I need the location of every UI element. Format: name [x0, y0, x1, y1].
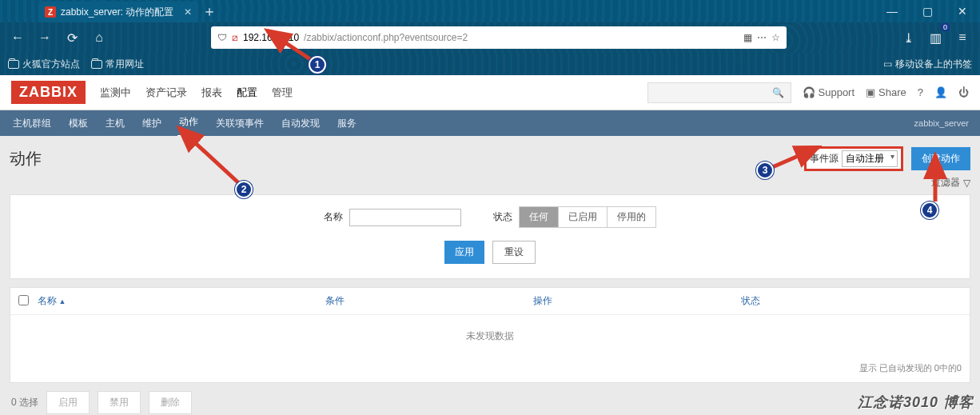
bulk-action-bar: 0 选择 启用 禁用 删除	[10, 383, 970, 415]
subnav-correlation[interactable]: 关联项事件	[214, 110, 265, 137]
bulk-delete-button[interactable]: 删除	[149, 391, 192, 414]
support-label: Support	[819, 86, 855, 98]
bulk-disable-button[interactable]: 禁用	[98, 391, 141, 414]
url-host: 192.168.1.10	[243, 32, 299, 43]
filter-name-field: 名称	[324, 209, 461, 226]
nav-reports[interactable]: 报表	[201, 86, 222, 100]
page-actions-icon[interactable]: ⋯	[757, 32, 767, 43]
status-any[interactable]: 任何	[520, 207, 559, 227]
create-action-button[interactable]: 创建动作	[911, 147, 970, 170]
subnav-hostgroups[interactable]: 主机群组	[11, 110, 53, 137]
page-body: 动作 事件源 自动注册 创建动作 过滤器 ▽ 名称 状态 任何 已启用 停用的	[0, 136, 980, 415]
bookmark-star-icon[interactable]: ☆	[771, 32, 780, 43]
help-icon[interactable]: ?	[918, 86, 923, 98]
breadcrumb: zabbix_server	[914, 118, 969, 128]
event-source-box: 事件源 自动注册	[804, 146, 903, 171]
subnav-services[interactable]: 服务	[336, 110, 358, 137]
nav-back-icon[interactable]: ←	[6, 26, 29, 49]
downloads-icon[interactable]: ⤓	[897, 26, 919, 49]
menu-icon[interactable]: ≡	[951, 26, 974, 49]
search-icon: 🔍	[772, 87, 784, 98]
tab-title: zabbix_server: 动作的配置	[61, 6, 173, 19]
bulk-enable-button[interactable]: 启用	[46, 391, 90, 414]
table-footer: 显示 已自动发现的 0中的0	[10, 357, 970, 382]
folder-icon	[91, 60, 102, 69]
library-icon[interactable]: ▥ 0	[924, 26, 946, 49]
share-label: Share	[878, 86, 906, 98]
subnav-actions[interactable]: 动作	[177, 109, 200, 138]
window-minimize-icon[interactable]: ―	[874, 0, 910, 22]
browser-tab[interactable]: Z zabbix_server: 动作的配置 ✕	[38, 2, 198, 22]
user-icon[interactable]: 👤	[934, 86, 947, 98]
browser-toolbar: ← → ⟳ ⌂ 🛡 ⧄ 192.168.1.10/zabbix/actionco…	[0, 22, 980, 53]
nav-admin[interactable]: 管理	[272, 86, 293, 100]
event-source-label: 事件源	[810, 152, 839, 166]
url-path: /zabbix/actionconf.php?eventsource=2	[304, 32, 468, 43]
new-tab-button[interactable]: ＋	[200, 0, 219, 22]
nav-monitoring[interactable]: 监测中	[100, 86, 131, 100]
filter-name-label: 名称	[324, 210, 343, 224]
zabbix-subnav: 主机群组 模板 主机 维护 动作 关联项事件 自动发现 服务 zabbix_se…	[0, 110, 980, 136]
subnav-maintenance[interactable]: 维护	[141, 110, 163, 137]
window-close-icon[interactable]: ✕	[945, 0, 980, 22]
table-empty-message: 未发现数据	[10, 315, 970, 357]
qr-icon[interactable]: ▦	[743, 32, 752, 43]
table-header: 名称 条件 操作 状态	[10, 288, 970, 315]
mobile-icon: ▭	[883, 58, 892, 70]
mobile-bookmarks[interactable]: ▭ 移动设备上的书签	[883, 58, 972, 71]
nav-inventory[interactable]: 资产记录	[145, 86, 187, 100]
col-operations[interactable]: 操作	[533, 294, 741, 308]
subnav-hosts[interactable]: 主机	[104, 110, 126, 137]
bookmark-label: 常用网址	[106, 58, 144, 71]
window-maximize-icon[interactable]: ▢	[910, 0, 945, 22]
global-search[interactable]: 🔍	[647, 82, 791, 103]
watermark: 江念诺3010 博客	[858, 393, 974, 412]
filter-toggle-label: 过滤器	[931, 176, 960, 190]
share-link[interactable]: ▣ Share	[866, 86, 906, 98]
actions-table: 名称 条件 操作 状态 未发现数据 显示 已自动发现的 0中的0	[10, 287, 970, 383]
zabbix-header: ZABBIX 监测中 资产记录 报表 配置 管理 🔍 🎧 Support ▣ S…	[0, 75, 980, 110]
bookmark-folder-1[interactable]: 火狐官方站点	[8, 58, 80, 71]
col-conditions[interactable]: 条件	[325, 294, 533, 308]
bookmark-bar: 火狐官方站点 常用网址 ▭ 移动设备上的书签	[0, 53, 980, 75]
top-nav: 监测中 资产记录 报表 配置 管理	[100, 86, 293, 100]
select-all-checkbox[interactable]	[18, 295, 29, 305]
bookmark-label: 火狐官方站点	[22, 58, 80, 71]
subnav-discovery[interactable]: 自动发现	[280, 110, 321, 137]
nav-reload-icon[interactable]: ⟳	[61, 26, 83, 49]
filter-name-input[interactable]	[349, 209, 461, 226]
col-name[interactable]: 名称	[38, 294, 325, 308]
tab-close-icon[interactable]: ✕	[184, 6, 192, 18]
nav-config[interactable]: 配置	[237, 86, 257, 100]
bulk-selected-count: 0 选择	[11, 396, 38, 409]
notif-badge: 0	[941, 23, 950, 31]
bookmark-label: 移动设备上的书签	[895, 58, 972, 71]
filter-icon: ▽	[963, 178, 970, 189]
bookmark-folder-2[interactable]: 常用网址	[91, 58, 144, 71]
shield-icon: 🛡	[217, 32, 227, 43]
event-source-select[interactable]: 自动注册	[842, 150, 898, 167]
filter-status-label: 状态	[493, 210, 512, 224]
tab-favicon: Z	[45, 6, 56, 18]
filter-apply-button[interactable]: 应用	[444, 241, 484, 264]
logout-icon[interactable]: ⏻	[958, 86, 969, 98]
nav-home-icon[interactable]: ⌂	[88, 26, 110, 49]
nav-forward-icon[interactable]: →	[34, 26, 56, 49]
page-title: 动作	[10, 148, 42, 170]
headset-icon: 🎧	[803, 86, 815, 98]
filter-reset-button[interactable]: 重设	[492, 241, 536, 264]
url-bar[interactable]: 🛡 ⧄ 192.168.1.10/zabbix/actionconf.php?e…	[211, 26, 787, 49]
filter-toggle[interactable]: 过滤器 ▽	[10, 176, 970, 190]
folder-icon	[8, 60, 19, 69]
support-link[interactable]: 🎧 Support	[803, 86, 855, 98]
lock-crossed-icon: ⧄	[232, 32, 238, 43]
status-enabled[interactable]: 已启用	[559, 207, 608, 227]
filter-status-field: 状态 任何 已启用 停用的	[493, 206, 656, 228]
filter-panel: 名称 状态 任何 已启用 停用的 应用 重设	[10, 194, 970, 279]
zabbix-logo[interactable]: ZABBIX	[11, 81, 86, 104]
status-disabled[interactable]: 停用的	[608, 207, 655, 227]
filter-status-segmented: 任何 已启用 停用的	[519, 206, 656, 228]
col-status[interactable]: 状态	[741, 294, 962, 308]
subnav-templates[interactable]: 模板	[67, 110, 90, 137]
window-titlebar: Z zabbix_server: 动作的配置 ✕ ＋ ― ▢ ✕	[0, 0, 980, 22]
